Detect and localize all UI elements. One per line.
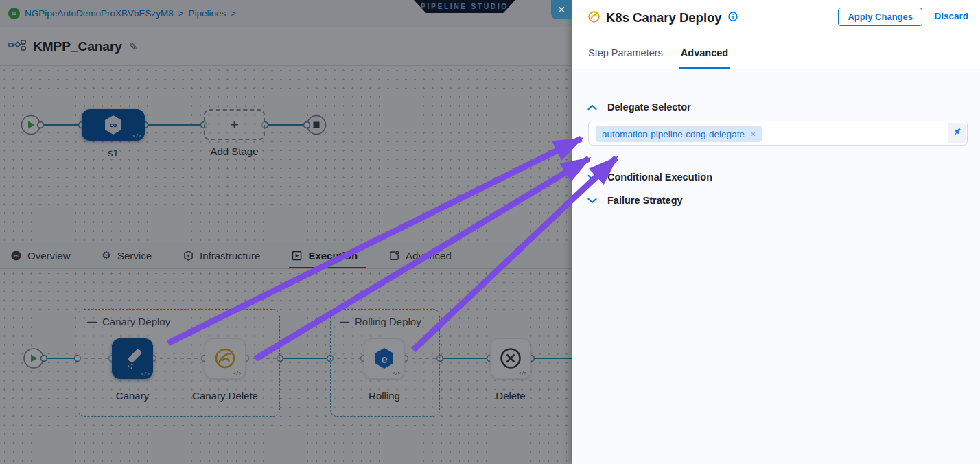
- section-conditional-execution[interactable]: Conditional Execution: [587, 172, 712, 183]
- chevron-down-icon[interactable]: [587, 174, 597, 181]
- dim-overlay: [0, 0, 572, 464]
- section-label: Conditional Execution: [607, 172, 712, 183]
- pipeline-studio-app: ∞ NGPipeAutoDemoProXBVbESzyM8 > Pipeline…: [0, 0, 980, 464]
- step-config-drawer: K8s Canary Deploy Apply Changes Discard …: [572, 0, 980, 464]
- delegate-tag-text: automation-pipeline-cdng-delegate: [602, 129, 745, 139]
- drawer-title: K8s Canary Deploy: [606, 10, 722, 25]
- drawer-tab-bar: Step Parameters Advanced: [572, 36, 980, 69]
- drawer-header: K8s Canary Deploy Apply Changes Discard: [572, 0, 980, 36]
- delegate-tag[interactable]: automation-pipeline-cdng-delegate ✕: [596, 126, 762, 142]
- tab-step-parameters[interactable]: Step Parameters: [588, 36, 663, 69]
- pin-icon: [952, 127, 962, 140]
- section-delegate-selector[interactable]: Delegate Selector: [587, 102, 691, 113]
- tag-remove-icon[interactable]: ✕: [750, 130, 756, 138]
- drawer-close-button[interactable]: ✕: [551, 0, 572, 19]
- info-icon[interactable]: [728, 12, 738, 24]
- pin-button[interactable]: [948, 123, 966, 143]
- discard-button[interactable]: Discard: [934, 11, 968, 21]
- section-label: Failure Strategy: [607, 195, 683, 206]
- section-failure-strategy[interactable]: Failure Strategy: [587, 195, 683, 206]
- section-label: Delegate Selector: [607, 102, 691, 113]
- chevron-down-icon[interactable]: [587, 198, 597, 204]
- tab-advanced[interactable]: Advanced: [681, 36, 728, 69]
- apply-changes-button[interactable]: Apply Changes: [838, 8, 922, 26]
- canary-step-icon: [588, 11, 600, 25]
- pipeline-canvas-panel: ∞ NGPipeAutoDemoProXBVbESzyM8 > Pipeline…: [0, 0, 572, 464]
- drawer-content: Delegate Selector automation-pipeline-cd…: [572, 69, 980, 464]
- chevron-up-icon[interactable]: [587, 104, 597, 111]
- close-icon: ✕: [557, 4, 565, 15]
- delegate-selector-input[interactable]: automation-pipeline-cdng-delegate ✕: [588, 121, 968, 146]
